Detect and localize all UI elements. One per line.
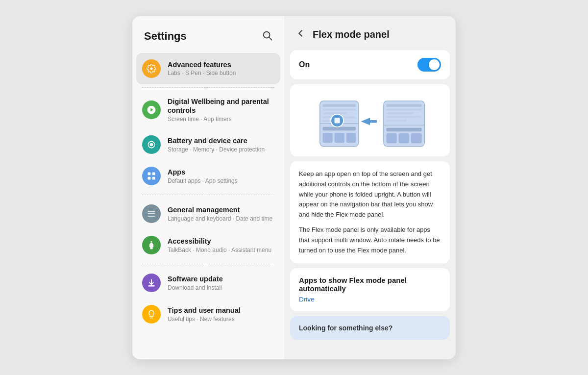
svg-point-2 [150, 67, 153, 70]
apps-text: Apps Default apps · App settings [168, 168, 274, 184]
accessibility-subtitle: TalkBack · Mono audio · Assistant menu [168, 247, 274, 253]
svg-rect-38 [411, 133, 422, 143]
looking-card: Looking for something else? [290, 316, 450, 340]
advanced-features-text: Advanced features Labs · S Pen · Side bu… [168, 60, 274, 77]
search-icon [262, 30, 272, 41]
battery-text: Battery and device care Storage · Memory… [168, 136, 274, 153]
svg-point-12 [150, 241, 152, 243]
svg-marker-27 [361, 118, 376, 125]
accessibility-title: Accessibility [168, 237, 274, 246]
digital-wellbeing-icon [142, 100, 161, 119]
sidebar-item-general-management[interactable]: General management Language and keyboard… [132, 198, 284, 229]
back-icon [295, 28, 306, 39]
battery-icon [142, 135, 161, 154]
svg-rect-18 [322, 112, 347, 114]
software-update-text: Software update Download and install [168, 275, 274, 291]
drive-link[interactable]: Drive [299, 296, 315, 303]
divider-2 [142, 195, 274, 195]
svg-rect-11 [148, 216, 155, 217]
toggle-slider [417, 58, 441, 72]
toggle-card: On [290, 50, 450, 79]
divider-3 [142, 264, 274, 264]
advanced-features-icon [142, 59, 161, 78]
looking-title: Looking for something else? [299, 324, 441, 332]
apps-section-title: Apps to show Flex mode panel automatical… [299, 276, 441, 293]
sidebar-item-battery[interactable]: Battery and device care Storage · Memory… [132, 129, 284, 160]
svg-rect-6 [152, 173, 155, 175]
general-management-icon [142, 204, 161, 223]
settings-title: Settings [144, 30, 187, 43]
svg-rect-8 [152, 177, 155, 180]
software-update-subtitle: Download and install [168, 284, 274, 291]
svg-rect-17 [322, 108, 356, 110]
svg-rect-16 [322, 104, 356, 107]
advanced-features-subtitle: Labs · S Pen · Side button [168, 70, 274, 76]
svg-rect-22 [322, 132, 332, 142]
svg-rect-32 [386, 116, 421, 118]
sidebar-item-advanced-features[interactable]: Advanced features Labs · S Pen · Side bu… [136, 53, 280, 84]
general-management-subtitle: Language and keyboard · Date and time [168, 215, 274, 222]
tips-title: Tips and user manual [168, 306, 274, 315]
svg-rect-26 [335, 118, 340, 123]
sidebar-item-software-update[interactable]: Software update Download and install [132, 267, 284, 299]
digital-wellbeing-text: Digital Wellbeing and parental controls … [168, 97, 274, 123]
svg-rect-7 [148, 177, 151, 180]
flex-mode-illustration [306, 94, 434, 149]
divider-1 [142, 87, 274, 88]
svg-rect-21 [322, 126, 356, 130]
digital-wellbeing-title: Digital Wellbeing and parental controls [168, 97, 274, 116]
toggle-label: On [299, 60, 310, 69]
svg-rect-9 [148, 211, 155, 212]
left-panel: Settings Advanced features [132, 16, 284, 359]
general-management-text: General management Language and keyboard… [168, 205, 274, 222]
general-management-title: General management [168, 205, 274, 215]
svg-rect-36 [386, 133, 396, 143]
svg-line-1 [269, 37, 271, 40]
battery-subtitle: Storage · Memory · Device protection [168, 146, 274, 153]
settings-list: Advanced features Labs · S Pen · Side bu… [132, 53, 284, 359]
tips-icon [142, 305, 161, 324]
search-button[interactable] [260, 28, 274, 45]
flex-mode-toggle[interactable] [417, 58, 441, 72]
svg-rect-33 [386, 119, 407, 121]
svg-rect-23 [335, 132, 344, 142]
tips-subtitle: Useful tips · New features [168, 316, 274, 323]
software-update-icon [142, 274, 161, 292]
svg-rect-24 [346, 132, 356, 142]
svg-point-4 [150, 143, 153, 147]
description-text-1: Keep an app open on top of the screen an… [299, 169, 441, 220]
svg-rect-30 [386, 108, 421, 110]
sidebar-item-tips[interactable]: Tips and user manual Useful tips · New f… [132, 299, 284, 330]
apps-card: Apps to show Flex mode panel automatical… [290, 268, 450, 311]
accessibility-icon [142, 236, 161, 254]
sidebar-item-digital-wellbeing[interactable]: Digital Wellbeing and parental controls … [132, 91, 284, 129]
right-content: On [284, 50, 456, 359]
svg-rect-35 [386, 127, 421, 131]
sidebar-item-apps[interactable]: Apps Default apps · App settings [132, 160, 284, 192]
right-header: Flex mode panel [284, 16, 456, 50]
flex-mode-title: Flex mode panel [313, 29, 390, 40]
back-button[interactable] [292, 27, 309, 42]
software-update-title: Software update [168, 275, 274, 284]
svg-rect-13 [148, 285, 154, 287]
settings-container: Settings Advanced features [132, 16, 456, 359]
description-card: Keep an app open on top of the screen an… [290, 161, 450, 263]
svg-rect-31 [386, 112, 414, 114]
apps-subtitle: Default apps · App settings [168, 177, 274, 184]
description-text-2: The Flex mode panel is only available fo… [299, 225, 441, 255]
svg-rect-5 [148, 173, 151, 175]
sidebar-item-accessibility[interactable]: Accessibility TalkBack · Mono audio · As… [132, 229, 284, 261]
illustration-card [290, 84, 450, 156]
left-header: Settings [132, 16, 284, 53]
svg-rect-37 [398, 133, 409, 143]
battery-title: Battery and device care [168, 136, 274, 146]
digital-wellbeing-subtitle: Screen time · App timers [168, 116, 274, 123]
accessibility-text: Accessibility TalkBack · Mono audio · As… [168, 237, 274, 253]
tips-text: Tips and user manual Useful tips · New f… [168, 306, 274, 323]
right-panel: Flex mode panel On [284, 16, 456, 359]
svg-rect-29 [386, 104, 421, 107]
apps-icon [142, 167, 161, 185]
apps-title: Apps [168, 168, 274, 177]
advanced-features-title: Advanced features [168, 60, 274, 70]
svg-rect-10 [148, 213, 155, 214]
